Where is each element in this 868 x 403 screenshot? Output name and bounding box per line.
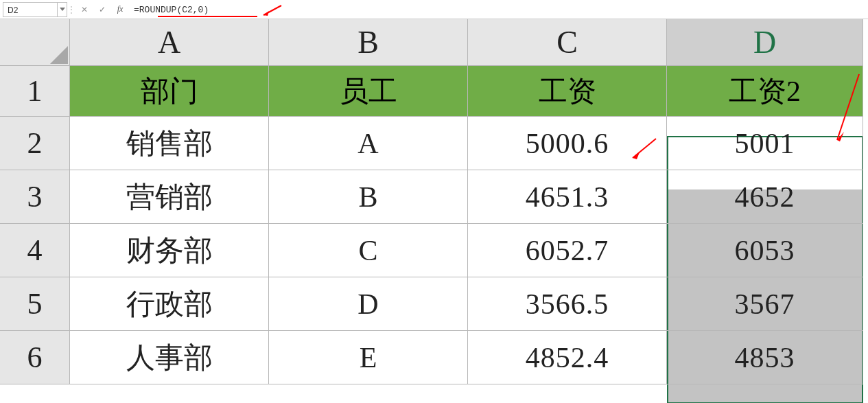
row-header-1[interactable]: 1 <box>0 66 70 117</box>
divider: ⋮ <box>67 5 75 14</box>
col-header-C[interactable]: C <box>468 19 667 66</box>
cell-A4[interactable]: 财务部 <box>70 224 269 277</box>
chevron-down-icon <box>60 8 65 11</box>
formula-input[interactable]: =ROUNDUP(C2,0) <box>129 2 868 17</box>
table-row: 2 销售部 A 5000.6 5001 <box>0 117 868 170</box>
cell-A3[interactable]: 营销部 <box>70 170 269 224</box>
row-header-2[interactable]: 2 <box>0 117 70 170</box>
cell-A5[interactable]: 行政部 <box>70 277 269 331</box>
table-row: 5 行政部 D 3566.5 3567 <box>0 277 868 331</box>
cell-C6[interactable]: 4852.4 <box>468 331 667 384</box>
table-header-row: 1 部门 员工 工资 工资2 <box>0 66 868 117</box>
cancel-formula-button[interactable]: ✕ <box>77 2 92 17</box>
cell-D1[interactable]: 工资2 <box>667 66 863 117</box>
cell-B3[interactable]: B <box>269 170 468 224</box>
cell-D5[interactable]: 3567 <box>667 277 863 331</box>
formula-bar: D2 ⋮ ✕ ✓ fx =ROUNDUP(C2,0) <box>0 0 868 19</box>
cell-B1[interactable]: 员工 <box>269 66 468 117</box>
row-header-3[interactable]: 3 <box>0 170 70 224</box>
cell-A1[interactable]: 部门 <box>70 66 269 117</box>
annotation-underline <box>158 16 257 17</box>
cell-B6[interactable]: E <box>269 331 468 384</box>
table-row: 3 营销部 B 4651.3 4652 <box>0 170 868 224</box>
cell-D3[interactable]: 4652 <box>667 170 863 224</box>
confirm-formula-button[interactable]: ✓ <box>95 2 110 17</box>
name-box-dropdown[interactable] <box>58 2 67 17</box>
insert-function-button[interactable]: fx <box>113 2 128 17</box>
spreadsheet-grid[interactable]: A B C D 1 部门 员工 工资 工资2 2 销售部 A 5000.6 50… <box>0 19 868 384</box>
table-row: 4 财务部 C 6052.7 6053 <box>0 224 868 277</box>
fx-icon: fx <box>117 4 124 14</box>
cell-B5[interactable]: D <box>269 277 468 331</box>
table-row: 6 人事部 E 4852.4 4853 <box>0 331 868 384</box>
cell-C4[interactable]: 6052.7 <box>468 224 667 277</box>
cell-D4[interactable]: 6053 <box>667 224 863 277</box>
cell-C3[interactable]: 4651.3 <box>468 170 667 224</box>
cell-B2[interactable]: A <box>269 117 468 170</box>
select-all-corner[interactable] <box>0 19 70 66</box>
select-all-icon <box>50 46 68 64</box>
cell-C1[interactable]: 工资 <box>468 66 667 117</box>
row-header-4[interactable]: 4 <box>0 224 70 277</box>
cell-C2[interactable]: 5000.6 <box>468 117 667 170</box>
column-header-row: A B C D <box>0 19 868 66</box>
name-box[interactable]: D2 <box>3 2 58 17</box>
cell-A6[interactable]: 人事部 <box>70 331 269 384</box>
check-icon: ✓ <box>99 5 106 14</box>
cell-D6[interactable]: 4853 <box>667 331 863 384</box>
cell-B4[interactable]: C <box>269 224 468 277</box>
cancel-icon: ✕ <box>81 5 88 14</box>
col-header-B[interactable]: B <box>269 19 468 66</box>
cell-A2[interactable]: 销售部 <box>70 117 269 170</box>
col-header-A[interactable]: A <box>70 19 269 66</box>
cell-D2[interactable]: 5001 <box>667 117 863 170</box>
cell-C5[interactable]: 3566.5 <box>468 277 667 331</box>
row-header-5[interactable]: 5 <box>0 277 70 331</box>
row-header-6[interactable]: 6 <box>0 331 70 384</box>
col-header-D[interactable]: D <box>667 19 863 66</box>
